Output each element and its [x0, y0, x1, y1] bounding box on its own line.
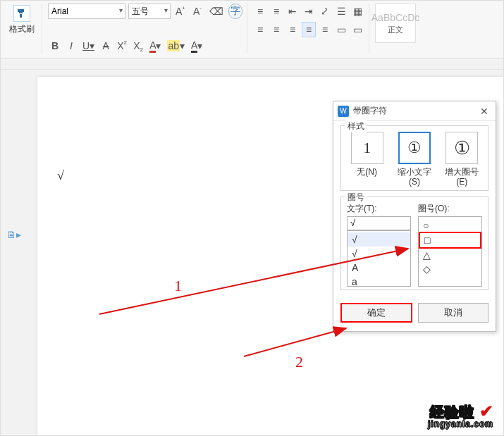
- watermark-sub: jingyanla.com: [428, 420, 493, 428]
- numbering-button[interactable]: ≡: [269, 4, 283, 19]
- document-text: √: [57, 168, 64, 183]
- annotation-2: 2: [295, 353, 303, 371]
- shrink-font-button[interactable]: A-: [190, 4, 204, 19]
- group-font: ▾ ▾ A+ A- ⌫ 字 B I U ▾ A X2 X2 A ▾ ab ▾ A…: [44, 4, 247, 54]
- clear-format-icon: ⌫: [209, 6, 223, 17]
- style-shrink-label: 缩小文字(S): [394, 167, 434, 187]
- dialog-buttons: 确定 取消: [333, 297, 496, 331]
- list-item[interactable]: √: [348, 247, 410, 261]
- format-brush-icon: [13, 5, 30, 22]
- style-enlarge-label: 增大圈号(E): [442, 167, 482, 187]
- enclosed-char-button[interactable]: 字: [228, 4, 242, 19]
- dialog-titlebar[interactable]: W 带圈字符 ✕: [333, 101, 496, 121]
- style-preview-name: 正文: [388, 25, 403, 35]
- shading-button[interactable]: ▭: [334, 22, 348, 37]
- fieldset-style: 样式 1 无(N) ① 缩小文字(S) ① 增大圈号(E): [340, 125, 488, 191]
- app-logo-icon: W: [338, 106, 349, 117]
- align-left-button[interactable]: ≡: [253, 22, 267, 37]
- borders-button[interactable]: ▭: [350, 22, 364, 37]
- style-option-shrink[interactable]: ① 缩小文字(S): [394, 132, 434, 187]
- text-col-label: 文字(T):: [347, 203, 411, 215]
- list-item-square[interactable]: □: [419, 232, 481, 249]
- clear-format-button[interactable]: ⌫: [207, 4, 226, 19]
- subscript-button[interactable]: X2: [131, 38, 145, 54]
- tabs-button[interactable]: ⤦: [318, 4, 332, 19]
- style-none-label: 无(N): [357, 167, 377, 177]
- shape-col-label: 圈号(O):: [418, 203, 482, 215]
- outdent-button[interactable]: ⇤: [285, 4, 300, 19]
- font-name-input[interactable]: [48, 4, 125, 19]
- group-styles: AaBbCcDc 正文: [371, 4, 420, 54]
- list-item[interactable]: ◇: [419, 262, 481, 276]
- format-brush-button[interactable]: 格式刷: [6, 4, 37, 37]
- style-enlarge-preview: ①: [445, 132, 478, 164]
- list-item[interactable]: △: [419, 248, 481, 262]
- fieldset-enclose: 圈号 文字(T): √ √ A a 圈号(O): ○ □: [340, 197, 488, 290]
- line-spacing-button[interactable]: ≡: [318, 22, 332, 37]
- style-shrink-preview: ①: [398, 132, 431, 164]
- italic-button[interactable]: I: [64, 38, 78, 54]
- text-listbox[interactable]: √ √ A a: [347, 230, 411, 287]
- cancel-button[interactable]: 取消: [418, 303, 488, 323]
- dialog-title: 带圈字符: [353, 105, 387, 117]
- text-input[interactable]: [347, 216, 411, 230]
- align-justify-button[interactable]: ≡: [302, 22, 316, 37]
- paste-options-icon[interactable]: 🗎▸: [6, 229, 21, 240]
- format-brush-label: 格式刷: [9, 23, 35, 35]
- group-paragraph: ≡ ≡ ⇤ ⇥ ⤦ ☰ ▦ ≡ ≡ ≡ ≡ ≡ ▭ ▭: [249, 4, 369, 54]
- watermark-main: 经验啦: [430, 404, 474, 420]
- style-preview-text: AaBbCcDc: [371, 12, 419, 23]
- text-color-button[interactable]: A ▾: [189, 38, 204, 54]
- shape-column: 圈号(O): ○ □ △ ◇: [418, 203, 482, 287]
- ruler: [1, 58, 503, 70]
- font-name-wrap[interactable]: ▾: [48, 4, 125, 19]
- list-item[interactable]: √: [348, 232, 410, 247]
- close-button[interactable]: ✕: [477, 106, 491, 117]
- style-option-enlarge[interactable]: ① 增大圈号(E): [442, 132, 482, 187]
- enclosed-char-dialog: W 带圈字符 ✕ 样式 1 无(N) ① 缩小文字(S) ① 增大圈号(E): [333, 101, 496, 332]
- style-preview[interactable]: AaBbCcDc 正文: [375, 4, 416, 43]
- align-center-button[interactable]: ≡: [269, 22, 283, 37]
- align-right-button[interactable]: ≡: [285, 22, 300, 37]
- dialog-body: 样式 1 无(N) ① 缩小文字(S) ① 增大圈号(E) 圈号: [333, 121, 496, 297]
- style-none-preview: 1: [351, 132, 383, 164]
- annotation-1: 1: [174, 277, 182, 295]
- indent-button[interactable]: ⇥: [302, 4, 316, 19]
- list-item[interactable]: ○: [419, 218, 481, 232]
- ok-button[interactable]: 确定: [340, 303, 412, 323]
- shrink-font-icon: A: [193, 6, 199, 17]
- font-size-input[interactable]: [128, 4, 171, 19]
- bullets-button[interactable]: ≡: [253, 4, 267, 19]
- bold-button[interactable]: B: [48, 38, 62, 54]
- ribbon: 格式刷 ▾ ▾ A+ A- ⌫ 字 B I U ▾ A X2 X2 A ▾ a: [1, 1, 503, 58]
- check-icon: ✔: [479, 401, 493, 421]
- text-column: 文字(T): √ √ A a: [347, 203, 411, 287]
- superscript-button[interactable]: X2: [115, 38, 129, 54]
- fieldset-enclose-label: 圈号: [345, 192, 367, 204]
- list-item[interactable]: A: [348, 261, 410, 275]
- shape-listbox[interactable]: ○ □ △ ◇: [418, 216, 482, 287]
- compare-button[interactable]: ☰: [334, 4, 348, 19]
- grow-font-button[interactable]: A+: [173, 4, 188, 19]
- list-item[interactable]: a: [348, 275, 410, 287]
- underline-button[interactable]: U ▾: [80, 38, 97, 54]
- watermark: 经验啦 ✔ jingyanla.com: [428, 403, 493, 428]
- grow-font-icon: A: [176, 6, 182, 17]
- strike-button[interactable]: A: [99, 38, 113, 54]
- highlight-button[interactable]: ab ▾: [165, 38, 187, 54]
- group-clipboard: 格式刷: [2, 4, 42, 54]
- fieldset-style-label: 样式: [345, 120, 367, 132]
- enclosed-char-icon: 字: [231, 5, 240, 18]
- font-size-wrap[interactable]: ▾: [128, 4, 171, 19]
- font-color-button[interactable]: A ▾: [147, 38, 163, 54]
- style-option-none[interactable]: 1 无(N): [347, 132, 387, 177]
- cell-button[interactable]: ▦: [350, 4, 364, 19]
